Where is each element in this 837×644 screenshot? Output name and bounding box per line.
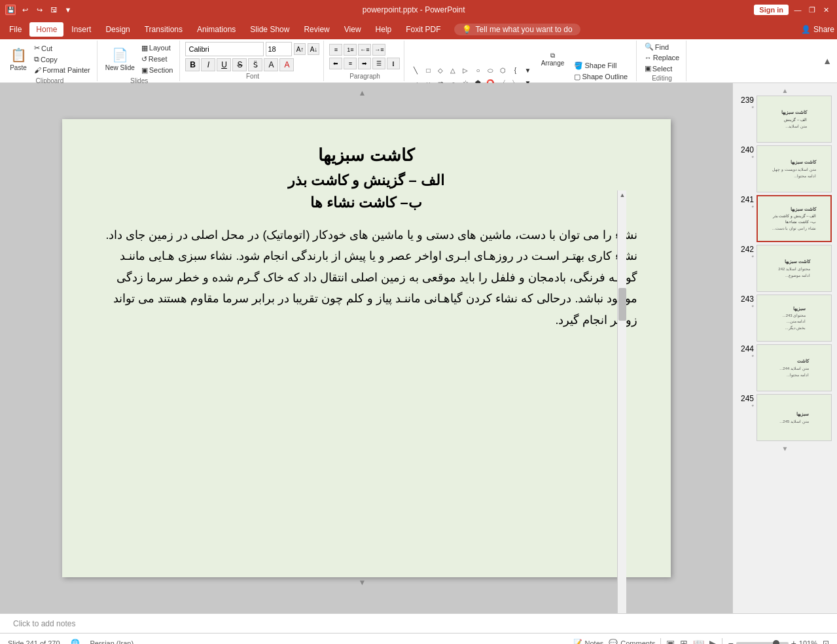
find-button[interactable]: 🔍 Find — [642, 42, 682, 52]
thumb-img-245[interactable]: سبزیها متن اسلاید 245... — [757, 394, 832, 441]
menu-animations[interactable]: Animations — [190, 22, 242, 37]
thumb-img-239[interactable]: کاشت سبزیها الف – گزینش متن اسلاید... — [757, 96, 832, 143]
thumbnail-item-243[interactable]: 243 * سبزیها محتوای 243... ادامه متن... … — [736, 295, 834, 342]
shape-btn-3[interactable]: ◇ — [435, 66, 446, 75]
slideshow-btn[interactable]: ▶ — [709, 638, 717, 645]
align-center-btn[interactable]: ≡ — [344, 58, 357, 69]
bold-button[interactable]: B — [185, 58, 200, 71]
thumb-img-241[interactable]: کاشت سبزیها الف – گزینش و کاشت بذر ب– کا… — [757, 195, 832, 242]
normal-view-btn[interactable]: ▣ — [666, 638, 675, 645]
cut-button[interactable]: ✂ Cut — [31, 43, 93, 53]
thumb-img-243[interactable]: سبزیها محتوای 243... ادامه متن... بخش دی… — [757, 295, 832, 342]
minimize-btn[interactable]: — — [792, 5, 803, 15]
menu-file[interactable]: File — [3, 22, 28, 37]
slide-sorter-btn[interactable]: ⊞ — [680, 638, 688, 645]
menu-design[interactable]: Design — [99, 22, 136, 37]
shape-btn-7[interactable]: ⬭ — [484, 66, 496, 75]
bullets-button[interactable]: ≡ — [329, 44, 342, 56]
layout-button[interactable]: ▦ Layout — [139, 43, 176, 53]
menu-transitions[interactable]: Transitions — [138, 22, 189, 37]
section-button[interactable]: ▣ Section — [139, 65, 176, 75]
menu-insert[interactable]: Insert — [65, 22, 98, 37]
numbering-button[interactable]: 1≡ — [344, 44, 357, 56]
signin-button[interactable]: Sign in — [754, 5, 789, 15]
share-button[interactable]: 👤 Share — [801, 25, 834, 34]
decrease-font-btn[interactable]: A↓ — [308, 43, 319, 55]
comments-button[interactable]: 💬 Comments — [609, 639, 655, 644]
thumb-img-242[interactable]: کاشت سبزیها محتوای اسلاید 242 ادامه موضو… — [757, 245, 832, 292]
menu-help[interactable]: Help — [369, 22, 399, 37]
shape-btn-5[interactable]: ▷ — [459, 66, 471, 75]
justify-btn[interactable]: ☰ — [372, 58, 385, 69]
zoom-in-btn[interactable]: + — [791, 638, 796, 645]
format-painter-button[interactable]: 🖌 Format Painter — [31, 65, 93, 75]
paste-button[interactable]: 📋 Paste — [7, 42, 30, 76]
thumbnail-item-244[interactable]: 244 * کاشت متن اسلاید 244... ادامه محتوا… — [736, 344, 834, 391]
reading-view-btn[interactable]: 📖 — [693, 638, 704, 645]
copy-button[interactable]: ⧉ Copy — [31, 54, 93, 64]
menu-review[interactable]: Review — [297, 22, 336, 37]
thumb-img-244[interactable]: کاشت متن اسلاید 244... ادامه محتوا... — [757, 344, 832, 391]
customize-btn[interactable]: ▼ — [63, 5, 73, 15]
arrange-button[interactable]: ⧉ Arrange — [536, 42, 569, 76]
thumbnail-item-239[interactable]: 239 * کاشت سبزیها الف – گزینش متن اسلاید… — [736, 96, 834, 143]
font-name-input[interactable] — [185, 42, 264, 56]
shape-btn-10[interactable]: ▼ — [522, 66, 533, 75]
thumb-scroll-up[interactable]: ▲ — [736, 86, 834, 96]
vscroll-thumb[interactable] — [618, 288, 626, 321]
decrease-indent-btn[interactable]: ←≡ — [358, 44, 371, 56]
new-slide-button[interactable]: 📄 New Slide — [103, 42, 137, 76]
increase-indent-btn[interactable]: →≡ — [372, 44, 385, 56]
clipboard-inner: 📋 Paste ✂ Cut ⧉ Copy 🖌 Format Painter — [7, 42, 93, 76]
font-size-input[interactable] — [266, 42, 292, 56]
undo-btn[interactable]: ↩ — [20, 5, 30, 15]
redo-btn[interactable]: ↪ — [34, 5, 45, 15]
thumbnail-item-240[interactable]: 240 * کاشت سبزیها متن اسلاید دویست و چهل… — [736, 145, 834, 192]
menu-view[interactable]: View — [338, 22, 368, 37]
scroll-up-btn[interactable]: ▲ — [359, 88, 366, 98]
clear-format-button[interactable]: A — [264, 58, 278, 71]
scroll-down-btn[interactable]: ▼ — [359, 578, 366, 587]
thumb-scroll-down[interactable]: ▼ — [736, 444, 834, 454]
slide-canvas[interactable]: کاشت سبزیها الف – گزینش و کاشت بذر ب– کا… — [62, 119, 671, 577]
restore-btn[interactable]: ❐ — [807, 5, 817, 15]
notes-area[interactable]: Click to add notes — [0, 613, 837, 633]
columns-btn[interactable]: ⫿ — [387, 58, 400, 69]
shape-outline-button[interactable]: ▢ Shape Outline — [571, 72, 632, 82]
thumbnail-item-242[interactable]: 242 * کاشت سبزیها محتوای اسلاید 242 ادام… — [736, 245, 834, 292]
close-btn[interactable]: ✕ — [821, 5, 832, 15]
shape-btn-8[interactable]: ⬡ — [497, 66, 508, 75]
ribbon-collapse-btn[interactable]: ▲ — [820, 53, 834, 69]
shape-fill-button[interactable]: 🪣 Shape Fill — [571, 61, 632, 71]
shape-btn-1[interactable]: ╲ — [410, 66, 421, 75]
zoom-out-btn[interactable]: − — [728, 638, 733, 645]
menu-home[interactable]: Home — [29, 22, 63, 37]
underline-button[interactable]: U — [217, 58, 231, 71]
thumbnail-item-241[interactable]: 241 * کاشت سبزیها الف – گزینش و کاشت بذر… — [736, 195, 834, 242]
strikethrough-button[interactable]: S — [232, 58, 247, 71]
shape-btn-2[interactable]: □ — [422, 66, 434, 75]
reset-button[interactable]: ↺ Reset — [139, 54, 176, 64]
menu-slideshow[interactable]: Slide Show — [243, 22, 296, 37]
statusbar-divider2 — [722, 638, 722, 645]
zoom-slider[interactable] — [736, 642, 789, 645]
align-right-btn[interactable]: ➡ — [358, 58, 371, 69]
replace-button[interactable]: ↔ Replace — [642, 53, 682, 62]
shape-btn-6[interactable]: ○ — [472, 66, 484, 75]
thumbnail-item-245[interactable]: 245 * سبزیها متن اسلاید 245... — [736, 394, 834, 441]
thumb-img-240[interactable]: کاشت سبزیها متن اسلاید دویست و چهل ادامه… — [757, 145, 832, 192]
shadow-button[interactable]: S̈ — [248, 58, 262, 71]
fit-slide-btn[interactable]: ⊡ — [823, 639, 829, 645]
font-color-button[interactable]: A — [279, 58, 294, 71]
autosave-btn[interactable]: 🖫 — [48, 5, 59, 15]
align-left-btn[interactable]: ⬅ — [329, 58, 342, 69]
tell-me-box[interactable]: 💡 Tell me what you want to do — [454, 24, 580, 35]
shape-btn-9[interactable]: { — [509, 66, 521, 75]
italic-button[interactable]: I — [201, 58, 215, 71]
menu-foxit[interactable]: Foxit PDF — [399, 22, 447, 37]
select-button[interactable]: ▣ Select — [642, 63, 682, 73]
shape-btn-4[interactable]: △ — [447, 66, 459, 75]
vscroll-up-btn[interactable]: ▲ — [618, 190, 627, 200]
notes-button[interactable]: 📝 Notes — [573, 639, 604, 644]
increase-font-btn[interactable]: A↑ — [294, 43, 306, 55]
